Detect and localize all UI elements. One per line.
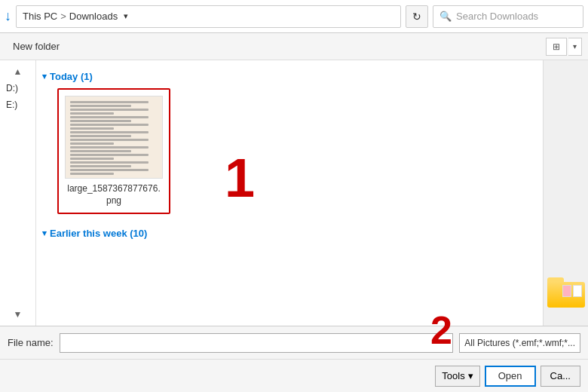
chevron-today-icon: ▾ xyxy=(42,72,47,81)
section-today[interactable]: ▾ Today (1) xyxy=(42,66,537,88)
preview-line-17 xyxy=(70,161,149,164)
address-bar: ↓ This PC > Downloads ▾ ↻ 🔍 Search Downl… xyxy=(0,0,588,33)
annotation-number-1: 1 xyxy=(225,151,255,205)
section-today-label: Today (1) xyxy=(50,71,93,82)
preview-line-15 xyxy=(70,154,149,156)
search-placeholder: Search Downloads xyxy=(456,11,538,22)
open-label: Open xyxy=(498,370,522,381)
preview-lines xyxy=(70,101,158,175)
file-area: ▾ Today (1) xyxy=(36,60,543,326)
view-dropdown-button[interactable]: ▾ xyxy=(568,38,582,56)
breadcrumb-dropdown-icon[interactable]: ▾ xyxy=(124,11,128,21)
annotation-number-2: 2 xyxy=(430,311,452,350)
nav-back-icon[interactable]: ↓ xyxy=(5,8,11,24)
preview-line-7 xyxy=(70,124,149,126)
drive-e-label[interactable]: E:) xyxy=(0,96,35,113)
folder-body xyxy=(547,282,585,308)
view-controls: ⊞ ▾ xyxy=(546,38,582,56)
bottom-bar: File name: All Pictures (*.emf;*.wmf;*..… xyxy=(0,326,588,359)
preview-line-11 xyxy=(70,139,149,141)
sidebar: ▲ D:) E:) ▼ xyxy=(0,60,36,326)
file-name-label: large_1587367877676.png xyxy=(65,183,163,207)
folder-papers xyxy=(562,285,582,297)
file-name-input[interactable] xyxy=(60,333,454,353)
preview-line-14 xyxy=(70,150,131,152)
breadcrumb-downloads[interactable]: Downloads xyxy=(69,11,118,22)
breadcrumb-sep1: > xyxy=(60,11,66,22)
file-item[interactable]: large_1587367877676.png xyxy=(57,88,170,214)
preview-line-12 xyxy=(70,142,114,145)
breadcrumb-thispc[interactable]: This PC xyxy=(23,11,57,22)
preview-line-1 xyxy=(70,101,149,103)
preview-line-2 xyxy=(70,105,131,107)
preview-line-18 xyxy=(70,165,131,167)
scroll-down-icon[interactable]: ▼ xyxy=(0,306,35,323)
preview-line-19 xyxy=(70,169,149,171)
file-name-label-text: File name: xyxy=(8,337,54,348)
action-bar: 2 Tools ▾ Open Ca... xyxy=(0,359,588,392)
cancel-button[interactable]: Ca... xyxy=(541,366,580,387)
tools-label: Tools xyxy=(442,370,464,381)
folder-paper-white xyxy=(573,285,582,297)
scroll-up-icon[interactable]: ▲ xyxy=(0,63,35,80)
search-bar[interactable]: 🔍 Search Downloads xyxy=(433,5,583,28)
preview-line-9 xyxy=(70,131,149,133)
preview-line-20 xyxy=(70,173,114,175)
refresh-icon: ↻ xyxy=(412,11,421,23)
breadcrumb[interactable]: This PC > Downloads ▾ xyxy=(16,5,401,28)
preview-line-13 xyxy=(70,146,149,149)
tools-drop-icon: ▾ xyxy=(468,370,473,381)
search-icon: 🔍 xyxy=(439,11,452,22)
folder-paper-pink xyxy=(562,285,571,297)
preview-line-16 xyxy=(70,158,114,160)
refresh-button[interactable]: ↻ xyxy=(406,5,428,28)
file-type-value: All Pictures (*.emf;*.wmf;*... xyxy=(464,338,575,348)
chevron-earlier-icon: ▾ xyxy=(42,228,47,238)
preview-line-3 xyxy=(70,109,149,111)
folder-icon xyxy=(547,277,585,308)
cancel-label: Ca... xyxy=(550,370,571,381)
new-folder-button[interactable]: New folder xyxy=(6,38,66,55)
right-panel xyxy=(543,60,588,326)
file-type-dropdown[interactable]: All Pictures (*.emf;*.wmf;*... xyxy=(459,333,580,353)
main-area: ▲ D:) E:) ▼ ▾ Today (1) xyxy=(0,60,588,326)
view-icon-button[interactable]: ⊞ xyxy=(546,38,567,56)
today-files-row: large_1587367877676.png xyxy=(42,88,537,214)
preview-line-4 xyxy=(70,112,114,115)
open-button[interactable]: Open xyxy=(485,366,536,387)
preview-line-6 xyxy=(70,120,131,122)
section-earlier-label: Earlier this week (10) xyxy=(50,228,147,239)
section-earlier[interactable]: ▾ Earlier this week (10) xyxy=(42,223,537,245)
file-preview xyxy=(65,96,163,179)
drive-d-label[interactable]: D:) xyxy=(0,80,35,96)
preview-line-8 xyxy=(70,127,114,130)
tools-button[interactable]: Tools ▾ xyxy=(435,366,479,387)
preview-line-10 xyxy=(70,135,131,137)
toolbar: New folder ⊞ ▾ xyxy=(0,33,588,60)
preview-line-5 xyxy=(70,116,149,118)
